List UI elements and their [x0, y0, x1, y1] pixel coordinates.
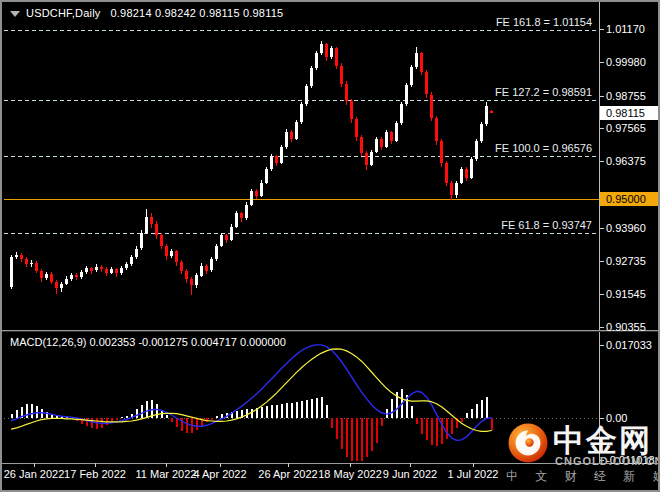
- date-axis-tick: [350, 463, 351, 467]
- date-axis-tick: [473, 463, 474, 467]
- date-axis-tick: [220, 463, 221, 467]
- price-axis-tick: [600, 327, 604, 328]
- date-axis-tick: [410, 463, 411, 467]
- price-axis-tick: [600, 228, 604, 229]
- price-axis-tick: [600, 128, 604, 129]
- date-axis-label: 1 Jul 2022: [448, 468, 499, 480]
- mt4-chart-window: USDCHF,Daily0.98214 0.98242 0.98115 0.98…: [0, 0, 660, 492]
- date-axis-label: 4 Apr 2022: [193, 468, 246, 480]
- price-axis-label: 0.97565: [606, 122, 646, 134]
- symbol-period-label: USDCHF,Daily: [26, 7, 101, 19]
- date-axis-tick: [166, 463, 167, 467]
- macd-axis-label: 0.00: [606, 412, 627, 424]
- macd-axis-tick: [600, 345, 604, 346]
- price-axis-label: 0.98755: [606, 90, 646, 102]
- price-axis-tick: [600, 161, 604, 162]
- date-axis-label: 26 Jan 2022: [4, 468, 65, 480]
- date-axis-label: 17 Feb 2022: [64, 468, 126, 480]
- price-axis-label: 1.01170: [606, 23, 645, 35]
- date-axis-label: 11 Mar 2022: [136, 468, 197, 480]
- date-axis-tick: [34, 463, 35, 467]
- macd-indicator-label: MACD(12,26,9) 0.002353 -0.001275 0.00471…: [10, 336, 286, 348]
- date-axis-label: 26 Apr 2022: [258, 468, 317, 480]
- price-axis-tick: [600, 96, 604, 97]
- price-axis-label: 0.92735: [606, 255, 646, 267]
- chevron-down-icon[interactable]: [10, 11, 20, 17]
- price-axis-label: 0.99980: [606, 56, 646, 68]
- macd-axis-label: -0.011018: [606, 454, 655, 466]
- date-axis-label: 18 May 2022: [318, 468, 382, 480]
- date-axis-label: 9 Jun 2022: [383, 468, 437, 480]
- macd-axis-tick: [600, 460, 604, 461]
- price-axis-tick: [600, 261, 604, 262]
- date-axis-tick: [95, 463, 96, 467]
- fib-expansion-label: FE 61.8 = 0.93747: [501, 219, 592, 231]
- price-axis-tick: [600, 294, 604, 295]
- price-axis-label: 0.93960: [606, 222, 646, 234]
- fib-expansion-label: FE 100.0 = 0.96576: [495, 142, 592, 154]
- chart-title: USDCHF,Daily0.98214 0.98242 0.98115 0.98…: [26, 7, 283, 19]
- text-layer: USDCHF,Daily0.98214 0.98242 0.98115 0.98…: [2, 2, 658, 490]
- price-axis-label: 0.90355: [606, 321, 646, 333]
- fib-expansion-label: FE 127.2 = 0.98591: [495, 86, 592, 98]
- current-price-badge: 0.98115: [600, 106, 660, 120]
- price-axis-tick: [600, 29, 604, 30]
- level-price-badge: 0.95000: [600, 192, 660, 206]
- price-axis-tick: [600, 62, 604, 63]
- ohlc-values: 0.98214 0.98242 0.98115 0.98115: [111, 7, 284, 19]
- fib-expansion-label: FE 161.8 = 1.01154: [496, 16, 592, 28]
- date-axis-tick: [288, 463, 289, 467]
- macd-axis-label: 0.017033: [606, 339, 652, 351]
- price-axis-label: 0.96375: [606, 155, 646, 167]
- price-axis-label: 0.91545: [606, 288, 646, 300]
- macd-axis-tick: [600, 418, 604, 419]
